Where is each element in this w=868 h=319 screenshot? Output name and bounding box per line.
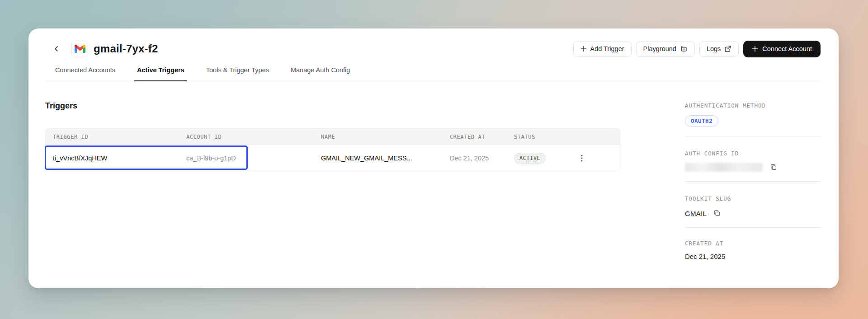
playground-bot-icon: [680, 45, 688, 53]
external-link-icon: [724, 45, 731, 52]
tab-connected-accounts[interactable]: Connected Accounts: [52, 66, 118, 81]
tab-tools-trigger-types[interactable]: Tools & Trigger Types: [203, 66, 272, 81]
copy-toolkit-slug-button[interactable]: [712, 209, 722, 218]
tab-manage-auth-config[interactable]: Manage Auth Config: [288, 66, 353, 81]
logs-button[interactable]: Logs: [699, 41, 739, 57]
oauth2-badge: OAUTH2: [685, 115, 718, 127]
copy-icon: [713, 210, 721, 217]
trigger-name-cell: GMAIL_NEW_GMAIL_MESS...: [314, 155, 443, 162]
column-header-account-id: ACCOUNT ID: [179, 134, 314, 140]
trigger-id-cell: ti_vVncBfXJqHEW: [46, 155, 179, 162]
auth-config-id-redacted-value: [685, 163, 763, 172]
plus-icon-white: [752, 46, 758, 52]
playground-button[interactable]: Playground: [636, 41, 695, 57]
page-title: gmail-7yx-f2: [94, 42, 158, 55]
tab-bar: Connected Accounts Active Triggers Tools…: [45, 66, 821, 81]
column-header-name: NAME: [314, 134, 443, 140]
plus-icon: [580, 46, 587, 52]
gmail-logo-tile: [72, 41, 88, 57]
table-header-row: TRIGGER ID ACCOUNT ID NAME CREATED AT ST…: [46, 129, 620, 145]
chevron-left-icon: [53, 45, 60, 52]
account-id-cell: ca_B-l9b-u-g1pD: [179, 155, 314, 162]
header-actions: Add Trigger Playground Logs Connec: [573, 41, 821, 57]
back-button[interactable]: [51, 43, 62, 55]
toolkit-slug-value: GMAIL: [685, 210, 707, 217]
connect-account-label: Connect Account: [762, 45, 812, 52]
created-at-value: Dec 21, 2025: [685, 253, 821, 260]
tab-active-triggers[interactable]: Active Triggers: [134, 66, 187, 81]
auth-config-id-label: AUTH CONFIG ID: [685, 150, 821, 157]
row-actions-cell: [571, 152, 620, 164]
created-at-label: CREATED AT: [685, 240, 821, 247]
connect-account-button[interactable]: Connect Account: [743, 41, 821, 57]
sidebar-divider: [685, 227, 821, 228]
triggers-panel: Triggers TRIGGER ID ACCOUNT ID NAME CREA…: [45, 81, 620, 260]
copy-icon: [770, 164, 777, 171]
auth-method-label: AUTHENTICATION METHOD: [685, 102, 821, 109]
kebab-icon: [581, 155, 583, 162]
column-header-status: STATUS: [507, 134, 571, 140]
sidebar-divider: [685, 136, 821, 136]
toolkit-slug-row: GMAIL: [685, 209, 821, 218]
copy-auth-config-id-button[interactable]: [769, 163, 778, 172]
add-trigger-label: Add Trigger: [590, 45, 624, 52]
gmail-icon: [75, 45, 85, 53]
column-header-created-at: CREATED AT: [443, 134, 507, 140]
content-area: Triggers TRIGGER ID ACCOUNT ID NAME CREA…: [45, 81, 821, 260]
app-card: gmail-7yx-f2 Add Trigger Playground Logs: [28, 28, 839, 288]
row-menu-button[interactable]: [578, 152, 585, 164]
sidebar-divider: [685, 181, 821, 182]
status-cell: ACTIVE: [507, 153, 571, 164]
page-header: gmail-7yx-f2 Add Trigger Playground Logs: [45, 28, 821, 57]
toolkit-slug-label: TOOLKIT SLUG: [685, 195, 821, 202]
logs-label: Logs: [707, 45, 721, 52]
details-sidebar: AUTHENTICATION METHOD OAUTH2 AUTH CONFIG…: [685, 81, 821, 260]
status-badge: ACTIVE: [514, 153, 546, 164]
add-trigger-button[interactable]: Add Trigger: [573, 41, 632, 57]
playground-label: Playground: [643, 45, 676, 52]
column-header-trigger-id: TRIGGER ID: [46, 134, 179, 140]
auth-config-id-row: [685, 163, 821, 172]
created-at-cell: Dec 21, 2025: [443, 155, 507, 162]
triggers-table: TRIGGER ID ACCOUNT ID NAME CREATED AT ST…: [45, 128, 620, 171]
triggers-heading: Triggers: [45, 101, 620, 111]
table-row[interactable]: ti_vVncBfXJqHEW ca_B-l9b-u-g1pD GMAIL_NE…: [46, 145, 620, 171]
